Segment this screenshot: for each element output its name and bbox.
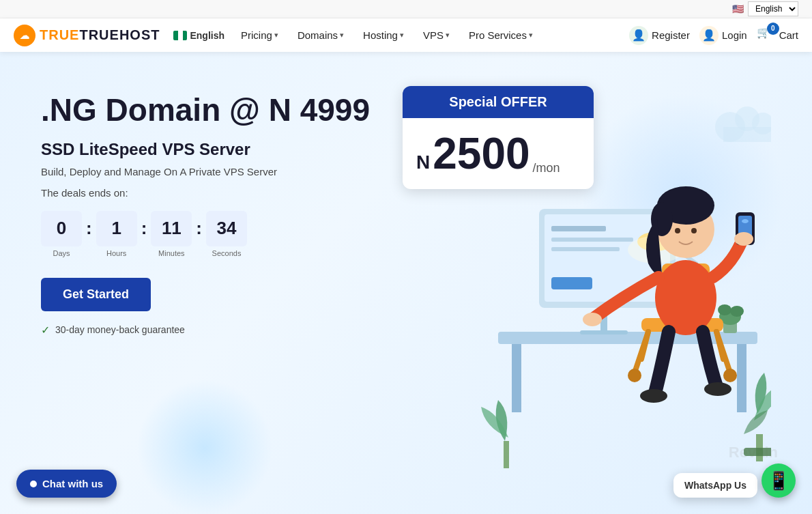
countdown-sep-2: : — [141, 218, 147, 239]
hours-label: Hours — [106, 249, 126, 257]
chat-dot-icon — [30, 481, 37, 487]
hours-value: 1 — [96, 211, 137, 246]
pro-services-arrow-icon: ▾ — [529, 31, 533, 40]
logo-icon: ☁ — [14, 25, 35, 46]
cart-badge: 0 — [767, 23, 779, 35]
svg-point-26 — [723, 369, 737, 382]
logo-text: TRUETRUEHOST — [40, 27, 160, 43]
pricing-arrow-icon: ▾ — [274, 31, 278, 40]
svg-point-36 — [742, 219, 749, 223]
nav-item-vps[interactable]: VPS ▾ — [415, 24, 458, 46]
svg-point-27 — [655, 260, 716, 335]
svg-rect-41 — [744, 448, 771, 456]
domains-arrow-icon: ▾ — [340, 31, 344, 40]
svg-rect-51 — [723, 127, 771, 142]
offer-period: /mon — [533, 161, 560, 175]
get-started-button[interactable]: Get Started — [41, 278, 151, 311]
nav-item-domains[interactable]: Domains ▾ — [289, 24, 352, 46]
nav-item-hosting[interactable]: Hosting ▾ — [355, 24, 412, 46]
svg-point-17 — [718, 304, 731, 315]
login-button[interactable]: 👤 Login — [699, 26, 747, 45]
offer-currency: N — [416, 152, 430, 173]
svg-point-33 — [583, 313, 602, 326]
nav-item-pro-services[interactable]: Pro Services ▾ — [461, 24, 541, 46]
chat-widget[interactable]: Chat with us — [16, 470, 117, 498]
navbar: ☁ TRUETRUEHOST English Pricing ▾ Domains… — [0, 18, 812, 52]
lang-selector[interactable]: English — [173, 30, 224, 41]
svg-point-37 — [734, 232, 753, 246]
check-icon: ✓ — [41, 324, 50, 337]
chat-label: Chat with us — [42, 478, 103, 489]
offer-card-header: Special OFFER — [403, 86, 594, 118]
svg-rect-42 — [504, 441, 509, 468]
minutes-value: 11 — [151, 211, 192, 246]
seconds-label: Seconds — [212, 249, 242, 257]
countdown-sep-1: : — [86, 218, 92, 239]
svg-rect-4 — [580, 330, 628, 334]
svg-point-39 — [704, 382, 731, 396]
hosting-arrow-icon: ▾ — [400, 31, 404, 40]
nav-right: 👤 Register 👤 Login 🛒 0 Cart — [629, 26, 798, 45]
svg-rect-1 — [512, 344, 521, 412]
blob-decoration-2 — [136, 380, 273, 514]
offer-card: Special OFFER N 2500 /mon — [403, 86, 594, 189]
offer-card-body: N 2500 /mon — [403, 118, 594, 189]
language-select-top[interactable]: English — [748, 1, 798, 16]
days-label: Days — [53, 249, 70, 257]
login-icon: 👤 — [699, 26, 719, 45]
countdown-minutes: 11 Minutes — [151, 211, 192, 257]
svg-rect-8 — [551, 238, 633, 242]
svg-point-31 — [675, 228, 680, 233]
register-button[interactable]: 👤 Register — [629, 26, 690, 45]
svg-point-32 — [691, 228, 697, 233]
countdown-days: 0 Days — [41, 211, 82, 257]
whatsapp-label: WhatsApp Us — [684, 480, 746, 491]
cart-icon: 🛒 0 — [757, 26, 776, 45]
top-bar-flag: 🇺🇸 — [732, 3, 744, 14]
top-bar: 🇺🇸 English — [0, 0, 812, 18]
hero-section: .NG Domain @ N 4999 SSD LiteSpeed VPS Se… — [0, 52, 812, 514]
seconds-value: 34 — [206, 211, 247, 246]
offer-price: 2500 — [433, 132, 530, 175]
nav-item-pricing[interactable]: Pricing ▾ — [233, 24, 287, 46]
hero-subtitle: SSD LiteSpeed VPS Server — [41, 140, 370, 159]
svg-point-38 — [640, 389, 667, 403]
countdown-sep-3: : — [196, 218, 202, 239]
svg-rect-7 — [551, 226, 606, 231]
hero-title: .NG Domain @ N 4999 — [41, 93, 370, 128]
register-icon: 👤 — [629, 26, 648, 45]
hero-content: .NG Domain @ N 4999 SSD LiteSpeed VPS Se… — [41, 93, 370, 337]
guarantee-text: ✓ 30-day money-back guarantee — [41, 324, 370, 337]
countdown-hours: 1 Hours — [96, 211, 137, 257]
hero-deal-text: The deals ends on: — [41, 187, 370, 199]
vps-arrow-icon: ▾ — [446, 31, 450, 40]
countdown-seconds: 34 Seconds — [206, 211, 247, 257]
countdown-timer: 0 Days : 1 Hours : 11 Minutes : 34 Secon… — [41, 211, 370, 257]
svg-rect-2 — [737, 344, 746, 412]
lang-label: English — [190, 30, 224, 41]
days-value: 0 — [41, 211, 82, 246]
svg-point-18 — [730, 306, 744, 317]
hero-description: Build, Deploy and Manage On A Private VP… — [41, 166, 370, 177]
svg-rect-10 — [551, 277, 592, 289]
cart-area[interactable]: 🛒 0 Cart — [757, 26, 798, 45]
svg-rect-9 — [551, 247, 620, 251]
svg-point-25 — [628, 369, 641, 382]
whatsapp-widget: WhatsApp Us — [673, 473, 757, 498]
logo-area[interactable]: ☁ TRUETRUEHOST — [14, 25, 160, 46]
nav-links: Pricing ▾ Domains ▾ Hosting ▾ VPS ▾ Pro … — [233, 24, 629, 46]
whatsapp-button[interactable]: 📱 — [762, 463, 796, 498]
nigeria-flag — [173, 31, 187, 40]
minutes-label: Minutes — [158, 249, 185, 257]
